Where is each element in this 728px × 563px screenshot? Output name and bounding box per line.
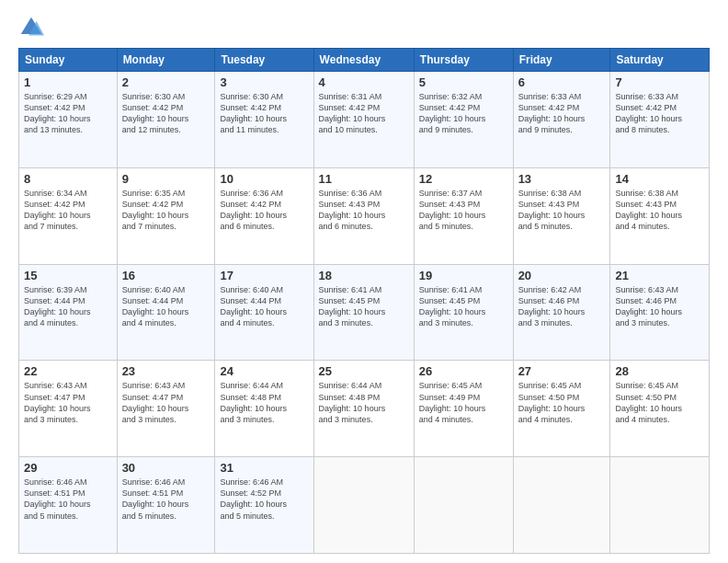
day-number: 31 [220,461,308,475]
day-cell-25: 25Sunrise: 6:44 AM Sunset: 4:48 PM Dayli… [313,361,414,457]
day-number: 8 [24,172,112,186]
day-number: 9 [122,172,210,186]
day-info: Sunrise: 6:43 AM Sunset: 4:47 PM Dayligh… [122,380,210,425]
day-cell-13: 13Sunrise: 6:38 AM Sunset: 4:43 PM Dayli… [513,167,610,264]
column-header-tuesday: Tuesday [215,49,313,72]
day-info: Sunrise: 6:40 AM Sunset: 4:44 PM Dayligh… [122,284,210,329]
day-info: Sunrise: 6:33 AM Sunset: 4:42 PM Dayligh… [615,91,704,136]
week-row-1: 1Sunrise: 6:29 AM Sunset: 4:42 PM Daylig… [19,72,710,168]
day-number: 1 [24,75,112,89]
day-cell-8: 8Sunrise: 6:34 AM Sunset: 4:42 PM Daylig… [19,167,118,264]
day-number: 2 [122,75,210,89]
day-number: 4 [319,75,409,89]
day-number: 18 [319,269,409,282]
day-cell-7: 7Sunrise: 6:33 AM Sunset: 4:42 PM Daylig… [610,72,710,168]
day-info: Sunrise: 6:30 AM Sunset: 4:42 PM Dayligh… [122,91,210,136]
day-cell-28: 28Sunrise: 6:45 AM Sunset: 4:50 PM Dayli… [610,361,710,457]
day-number: 20 [518,269,606,282]
column-header-friday: Friday [513,49,610,72]
day-number: 3 [220,75,308,89]
day-number: 23 [122,364,210,378]
day-info: Sunrise: 6:45 AM Sunset: 4:50 PM Dayligh… [615,380,704,425]
day-number: 7 [615,75,704,89]
day-cell-30: 30Sunrise: 6:46 AM Sunset: 4:51 PM Dayli… [117,457,215,554]
day-cell-23: 23Sunrise: 6:43 AM Sunset: 4:47 PM Dayli… [117,361,215,457]
day-number: 16 [122,269,210,282]
day-info: Sunrise: 6:31 AM Sunset: 4:42 PM Dayligh… [319,91,409,136]
day-info: Sunrise: 6:29 AM Sunset: 4:42 PM Dayligh… [24,91,112,136]
day-cell-24: 24Sunrise: 6:44 AM Sunset: 4:48 PM Dayli… [215,361,313,457]
day-number: 29 [24,461,112,475]
column-header-wednesday: Wednesday [313,49,414,72]
day-info: Sunrise: 6:30 AM Sunset: 4:42 PM Dayligh… [220,91,308,136]
week-row-4: 22Sunrise: 6:43 AM Sunset: 4:47 PM Dayli… [19,361,710,457]
day-number: 17 [220,269,308,282]
day-number: 12 [419,172,508,186]
column-header-sunday: Sunday [19,49,118,72]
day-number: 6 [518,75,606,89]
day-info: Sunrise: 6:42 AM Sunset: 4:46 PM Dayligh… [518,284,606,329]
day-cell-20: 20Sunrise: 6:42 AM Sunset: 4:46 PM Dayli… [513,264,610,361]
day-cell-12: 12Sunrise: 6:37 AM Sunset: 4:43 PM Dayli… [414,167,513,264]
calendar-page: SundayMondayTuesdayWednesdayThursdayFrid… [0,0,728,563]
empty-cell [610,457,710,554]
day-cell-19: 19Sunrise: 6:41 AM Sunset: 4:45 PM Dayli… [414,264,513,361]
day-number: 10 [220,172,308,186]
day-cell-3: 3Sunrise: 6:30 AM Sunset: 4:42 PM Daylig… [215,72,313,168]
day-info: Sunrise: 6:36 AM Sunset: 4:42 PM Dayligh… [220,188,308,233]
week-row-2: 8Sunrise: 6:34 AM Sunset: 4:42 PM Daylig… [19,167,710,264]
day-number: 11 [319,172,409,186]
day-info: Sunrise: 6:43 AM Sunset: 4:47 PM Dayligh… [24,380,112,425]
day-info: Sunrise: 6:39 AM Sunset: 4:44 PM Dayligh… [24,284,112,329]
day-cell-4: 4Sunrise: 6:31 AM Sunset: 4:42 PM Daylig… [313,72,414,168]
day-number: 26 [419,364,508,378]
day-info: Sunrise: 6:46 AM Sunset: 4:51 PM Dayligh… [122,477,210,522]
day-info: Sunrise: 6:40 AM Sunset: 4:44 PM Dayligh… [220,284,308,329]
day-info: Sunrise: 6:46 AM Sunset: 4:52 PM Dayligh… [220,477,308,522]
day-info: Sunrise: 6:38 AM Sunset: 4:43 PM Dayligh… [518,188,606,233]
day-info: Sunrise: 6:34 AM Sunset: 4:42 PM Dayligh… [24,188,112,233]
empty-cell [414,457,513,554]
day-cell-10: 10Sunrise: 6:36 AM Sunset: 4:42 PM Dayli… [215,167,313,264]
day-cell-2: 2Sunrise: 6:30 AM Sunset: 4:42 PM Daylig… [117,72,215,168]
column-header-thursday: Thursday [414,49,513,72]
day-number: 22 [24,364,112,378]
day-number: 19 [419,269,508,282]
day-cell-11: 11Sunrise: 6:36 AM Sunset: 4:43 PM Dayli… [313,167,414,264]
header [18,15,710,40]
logo [18,15,48,40]
column-header-saturday: Saturday [610,49,710,72]
day-cell-5: 5Sunrise: 6:32 AM Sunset: 4:42 PM Daylig… [414,72,513,168]
day-info: Sunrise: 6:32 AM Sunset: 4:42 PM Dayligh… [419,91,508,136]
day-info: Sunrise: 6:37 AM Sunset: 4:43 PM Dayligh… [419,188,508,233]
week-row-3: 15Sunrise: 6:39 AM Sunset: 4:44 PM Dayli… [19,264,710,361]
day-info: Sunrise: 6:33 AM Sunset: 4:42 PM Dayligh… [518,91,606,136]
day-number: 27 [518,364,606,378]
day-cell-15: 15Sunrise: 6:39 AM Sunset: 4:44 PM Dayli… [19,264,118,361]
day-info: Sunrise: 6:44 AM Sunset: 4:48 PM Dayligh… [220,380,308,425]
day-info: Sunrise: 6:43 AM Sunset: 4:46 PM Dayligh… [615,284,704,329]
day-number: 21 [615,269,704,282]
day-number: 28 [615,364,704,378]
day-cell-31: 31Sunrise: 6:46 AM Sunset: 4:52 PM Dayli… [215,457,313,554]
day-cell-14: 14Sunrise: 6:38 AM Sunset: 4:43 PM Dayli… [610,167,710,264]
day-number: 25 [319,364,409,378]
day-number: 5 [419,75,508,89]
day-info: Sunrise: 6:41 AM Sunset: 4:45 PM Dayligh… [319,284,409,329]
day-number: 30 [122,461,210,475]
logo-icon [18,15,44,40]
calendar-table: SundayMondayTuesdayWednesdayThursdayFrid… [18,48,710,554]
day-number: 14 [615,172,704,186]
empty-cell [313,457,414,554]
day-cell-9: 9Sunrise: 6:35 AM Sunset: 4:42 PM Daylig… [117,167,215,264]
day-cell-17: 17Sunrise: 6:40 AM Sunset: 4:44 PM Dayli… [215,264,313,361]
day-info: Sunrise: 6:35 AM Sunset: 4:42 PM Dayligh… [122,188,210,233]
day-cell-29: 29Sunrise: 6:46 AM Sunset: 4:51 PM Dayli… [19,457,118,554]
empty-cell [513,457,610,554]
day-info: Sunrise: 6:41 AM Sunset: 4:45 PM Dayligh… [419,284,508,329]
day-cell-16: 16Sunrise: 6:40 AM Sunset: 4:44 PM Dayli… [117,264,215,361]
header-row: SundayMondayTuesdayWednesdayThursdayFrid… [19,49,710,72]
day-info: Sunrise: 6:36 AM Sunset: 4:43 PM Dayligh… [319,188,409,233]
day-number: 15 [24,269,112,282]
day-number: 13 [518,172,606,186]
